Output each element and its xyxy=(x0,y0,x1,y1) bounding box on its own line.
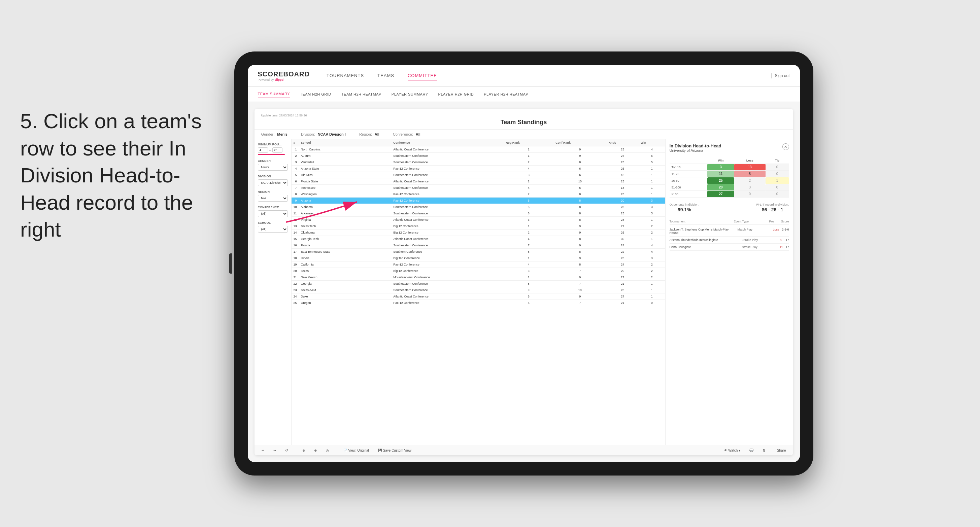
cell-school: North Carolina xyxy=(299,146,391,153)
redo-step-button[interactable]: ↪ xyxy=(271,448,278,453)
conference-select[interactable]: (All) xyxy=(258,210,288,217)
sub-nav-player-h2h-heatmap[interactable]: PLAYER H2H HEATMAP xyxy=(484,90,528,98)
table-row[interactable]: 3 Vanderbilt Southeastern Conference 2 8… xyxy=(291,159,665,165)
division-select[interactable]: NCAA Division I xyxy=(258,179,288,186)
cell-conference: Atlantic Coast Conference xyxy=(391,236,504,242)
cell-win: 3 xyxy=(639,210,665,217)
col-reg-rank: Reg Rank xyxy=(504,139,554,146)
sub-nav-team-h2h-heatmap[interactable]: TEAM H2H HEATMAP xyxy=(341,90,382,98)
region-select[interactable]: N/A xyxy=(258,195,288,202)
h2h-loss: 8 xyxy=(734,171,765,177)
cell-reg-rank: 8 xyxy=(504,249,554,255)
watch-button[interactable]: 👁 Watch ▾ xyxy=(722,448,743,453)
cell-conf-rank: 8 xyxy=(554,159,606,165)
save-custom-view-button[interactable]: 💾 Save Custom View xyxy=(376,448,414,453)
table-row[interactable]: 25 Oregon Pac-12 Conference 5 7 21 0 xyxy=(291,300,665,306)
cell-rank: 18 xyxy=(291,255,299,262)
h2h-university: University of Arizona xyxy=(670,148,721,152)
cell-rank: 3 xyxy=(291,159,299,165)
opponents-value: 99.1% xyxy=(670,207,700,212)
table-row[interactable]: 18 Illinois Big Ten Conference 1 9 23 3 xyxy=(291,255,665,262)
h2h-win: 27 xyxy=(707,191,734,198)
filter-row: Gender: Men's Division: NCAA Division I … xyxy=(255,130,793,139)
sub-nav-team-summary[interactable]: TEAM SUMMARY xyxy=(258,90,290,98)
table-row[interactable]: 13 Texas Tech Big 12 Conference 1 9 27 2 xyxy=(291,223,665,230)
undo-button[interactable]: ↩ xyxy=(259,448,266,453)
table-row[interactable]: 12 Virginia Atlantic Coast Conference 3 … xyxy=(291,217,665,223)
cell-conf-rank: 8 xyxy=(554,262,606,268)
cell-reg-rank: 4 xyxy=(504,236,554,242)
sub-nav-player-summary[interactable]: PLAYER SUMMARY xyxy=(391,90,428,98)
school-select[interactable]: (All) xyxy=(258,226,288,233)
cell-reg-rank: 2 xyxy=(504,230,554,236)
cell-school: Alabama xyxy=(299,204,391,210)
table-row[interactable]: 16 Florida Southeastern Conference 7 9 2… xyxy=(291,242,665,249)
region-label: Region xyxy=(258,190,288,194)
sort-button[interactable]: ⇅ xyxy=(760,448,767,453)
cell-school: Texas Tech xyxy=(299,223,391,230)
table-row[interactable]: 19 California Pac-12 Conference 4 8 24 2 xyxy=(291,262,665,268)
instruction-text: 5. Click on a team's row to see their In… xyxy=(20,108,209,243)
zoom-out-button[interactable]: ⊕ xyxy=(312,448,319,453)
table-row[interactable]: 11 Arkansas Southeastern Conference 6 8 … xyxy=(291,210,665,217)
cell-school: Oregon xyxy=(299,300,391,306)
col-win: Win xyxy=(639,139,665,146)
cell-conference: Pac-12 Conference xyxy=(391,300,504,306)
nav-committee[interactable]: COMMITTEE xyxy=(408,71,437,81)
cell-school: Ole Miss xyxy=(299,172,391,178)
h2h-col-win: Win xyxy=(707,157,734,164)
table-row[interactable]: 20 Texas Big 12 Conference 3 7 20 2 xyxy=(291,268,665,274)
close-button[interactable]: ✕ xyxy=(783,143,789,150)
h2h-tie: 0 xyxy=(765,191,789,198)
table-row[interactable]: 7 Tennessee Southeastern Conference 4 6 … xyxy=(291,185,665,191)
table-row[interactable]: 10 Alabama Southeastern Conference 5 8 2… xyxy=(291,204,665,210)
table-row[interactable]: 2 Auburn Southeastern Conference 1 9 27 … xyxy=(291,153,665,159)
cell-win: 1 xyxy=(639,165,665,172)
zoom-in-button[interactable]: ⊕ xyxy=(300,448,307,453)
table-row[interactable]: 24 Duke Atlantic Coast Conference 5 9 27… xyxy=(291,294,665,300)
sub-nav-team-h2h-grid[interactable]: TEAM H2H GRID xyxy=(300,90,331,98)
cell-rank: 19 xyxy=(291,262,299,268)
cell-conference: Pac-12 Conference xyxy=(391,198,504,204)
min-rounds-min[interactable] xyxy=(258,148,268,153)
h2h-loss: 3 xyxy=(734,184,765,191)
col-school: School xyxy=(299,139,391,146)
gender-select[interactable]: Men's xyxy=(258,164,288,171)
tablet-device: SCOREBOARD Powered by clippd TOURNAMENTS… xyxy=(234,51,813,476)
wlt-label: W-L-T record in-division: xyxy=(756,203,789,206)
table-row[interactable]: 8 Washington Pac-12 Conference 2 8 23 1 xyxy=(291,191,665,198)
nav-tournaments[interactable]: TOURNAMENTS xyxy=(326,71,364,81)
cell-school: East Tennessee State xyxy=(299,249,391,255)
cell-win: 1 xyxy=(639,217,665,223)
table-row[interactable]: 1 North Carolina Atlantic Coast Conferen… xyxy=(291,146,665,153)
h2h-row: 26-50 25 2 1 xyxy=(670,177,789,184)
h2h-range: 11-25 xyxy=(670,171,708,177)
h2h-loss: 13 xyxy=(734,164,765,171)
table-row[interactable]: 6 Florida State Atlantic Coast Conferenc… xyxy=(291,178,665,185)
nav-teams[interactable]: TEAMS xyxy=(377,71,394,81)
table-row[interactable]: 22 Georgia Southeastern Conference 8 7 2… xyxy=(291,281,665,287)
share-button[interactable]: ↑ Share xyxy=(772,448,788,453)
comment-button[interactable]: 💬 xyxy=(748,448,756,453)
cell-conference: Southeastern Conference xyxy=(391,210,504,217)
redo-button[interactable]: ↺ xyxy=(283,448,290,453)
cell-conf-rank: 6 xyxy=(554,165,606,172)
cell-conference: Big 12 Conference xyxy=(391,223,504,230)
sign-out-link[interactable]: Sign out xyxy=(775,73,789,78)
table-row[interactable]: 4 Arizona State Pac-12 Conference 4 6 26… xyxy=(291,165,665,172)
table-row[interactable]: 9 Arizona Pac-12 Conference 5 8 20 3 xyxy=(291,198,665,204)
sub-nav-player-h2h-grid[interactable]: PLAYER H2H GRID xyxy=(438,90,474,98)
table-row[interactable]: 5 Ole Miss Southeastern Conference 3 6 1… xyxy=(291,172,665,178)
table-row[interactable]: 23 Texas A&M Southeastern Conference 9 1… xyxy=(291,287,665,294)
min-rounds-max[interactable] xyxy=(272,148,282,153)
tablet-screen: SCOREBOARD Powered by clippd TOURNAMENTS… xyxy=(248,65,800,462)
h2h-row: 11-25 11 8 0 xyxy=(670,171,789,177)
slider-bar[interactable] xyxy=(258,154,285,155)
table-row[interactable]: 17 East Tennessee State Southern Confere… xyxy=(291,249,665,255)
table-row[interactable]: 14 Oklahoma Big 12 Conference 2 9 26 2 xyxy=(291,230,665,236)
view-original-button[interactable]: 📄 View: Original xyxy=(341,448,371,453)
table-row[interactable]: 15 Georgia Tech Atlantic Coast Conferenc… xyxy=(291,236,665,242)
h2h-tie: 0 xyxy=(765,171,789,177)
history-button[interactable]: ◷ xyxy=(324,448,331,453)
table-row[interactable]: 21 New Mexico Mountain West Conference 1… xyxy=(291,274,665,281)
